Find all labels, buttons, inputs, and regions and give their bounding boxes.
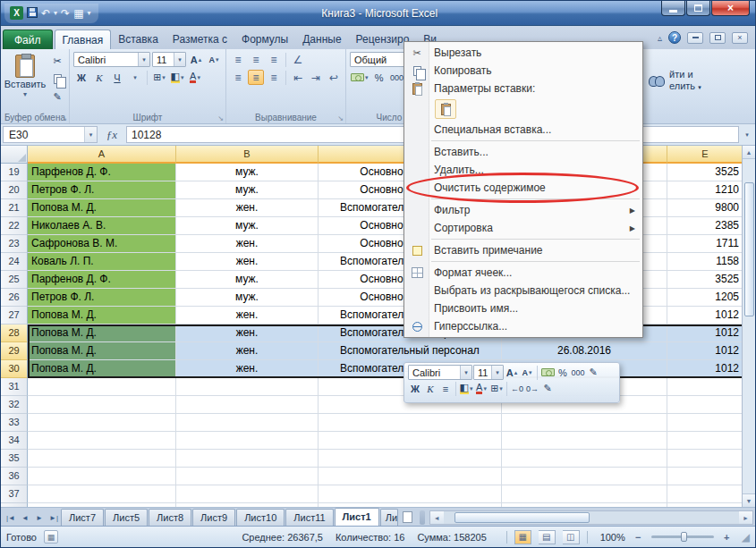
cell-D29[interactable]: 26.08.2016: [502, 342, 667, 360]
minimize-button[interactable]: [661, 1, 685, 16]
cell-E20[interactable]: 1210: [667, 181, 742, 199]
cell-E38[interactable]: [667, 503, 742, 507]
scroll-left-button[interactable]: ◄: [430, 511, 444, 524]
mini-brush-button[interactable]: ✎: [540, 381, 555, 396]
cell-C35[interactable]: [319, 450, 502, 468]
mini-borders-button[interactable]: ⊞▾: [489, 381, 504, 396]
font-dialog-launcher[interactable]: ↘: [217, 114, 224, 122]
grow-font-button[interactable]: А▴: [188, 52, 204, 67]
collapse-ribbon-icon[interactable]: ▵: [658, 33, 662, 43]
menu-item-hyperlink[interactable]: Гиперссылка...: [404, 317, 642, 335]
sheet-tab-Лист11[interactable]: Лист11: [285, 509, 333, 526]
row-header-27[interactable]: 27: [1, 307, 28, 325]
name-box[interactable]: E30 ▾: [3, 126, 98, 143]
workbook-minimize-button[interactable]: [687, 32, 703, 44]
undo-dropdown[interactable]: ▾: [54, 10, 57, 17]
column-header-B[interactable]: B: [176, 146, 319, 164]
wrap-text-button[interactable]: ↩: [326, 70, 342, 85]
fill-color-button[interactable]: ◧▾: [169, 70, 185, 85]
font-color-button[interactable]: А▾: [187, 70, 203, 85]
redo-button[interactable]: ↷: [61, 8, 70, 19]
menu-item-insert[interactable]: Вставить...: [404, 143, 642, 161]
alignment-dialog-launcher[interactable]: ↘: [337, 114, 344, 122]
save-button[interactable]: [27, 7, 38, 20]
qat-grid-icon[interactable]: ▦: [73, 8, 83, 19]
scroll-up-button[interactable]: ▲: [743, 146, 756, 159]
align-left-button[interactable]: ≡: [230, 70, 246, 85]
cell-E23[interactable]: 1711: [667, 235, 742, 253]
shrink-font-button[interactable]: А▾: [206, 52, 222, 67]
cell-A28[interactable]: Попова М. Д.: [28, 325, 176, 342]
restore-button[interactable]: [686, 1, 710, 16]
row-header-21[interactable]: 21: [1, 199, 28, 217]
menu-item-insert-comment[interactable]: Вставить примечание: [404, 241, 642, 259]
row-header-20[interactable]: 20: [1, 181, 28, 199]
zoom-level[interactable]: 100%: [595, 532, 625, 543]
align-bottom-button[interactable]: ≡: [266, 52, 282, 67]
row-header-31[interactable]: 31: [1, 378, 28, 396]
cell-C37[interactable]: [319, 485, 502, 503]
sheet-tab-Лист8[interactable]: Лист8: [149, 509, 191, 526]
row-header-26[interactable]: 26: [1, 289, 28, 307]
menu-item-define-name[interactable]: Присвоить имя...: [404, 299, 642, 317]
paste-option-button[interactable]: [435, 99, 456, 119]
clipboard-dialog-launcher[interactable]: ↘: [61, 114, 67, 122]
tab-Главная[interactable]: Главная: [55, 30, 112, 49]
cell-B33[interactable]: [176, 414, 319, 432]
workbook-restore-button[interactable]: [709, 32, 726, 44]
row-header-25[interactable]: 25: [1, 271, 28, 289]
cell-B27[interactable]: жен.: [176, 307, 319, 325]
mini-font-name-combo[interactable]: Calibri▾: [408, 365, 472, 380]
cell-E34[interactable]: [667, 432, 742, 450]
row-header-36[interactable]: 36: [1, 468, 28, 485]
mini-grow-font-button[interactable]: А▴: [505, 365, 519, 380]
mini-align-center-button[interactable]: ≡: [438, 381, 453, 396]
mini-bold-button[interactable]: Ж: [408, 381, 422, 396]
font-size-combo[interactable]: 11▾: [152, 52, 186, 67]
cell-A34[interactable]: [28, 432, 176, 450]
cell-A20[interactable]: Петров Ф. Л.: [28, 181, 176, 199]
find-select-button-fragment[interactable]: йти и елить ▾: [649, 69, 701, 93]
last-sheet-button[interactable]: ►|: [47, 510, 61, 526]
sheet-tab-Лист7[interactable]: Лист7: [61, 509, 104, 526]
cell-A26[interactable]: Петров Ф. Л.: [28, 289, 176, 307]
cell-E25[interactable]: 3525: [667, 271, 742, 289]
cell-A21[interactable]: Попова М. Д.: [28, 199, 176, 217]
row-header-24[interactable]: 24: [1, 253, 28, 271]
cell-A22[interactable]: Николаев А. В.: [28, 217, 176, 235]
row-header-22[interactable]: 22: [1, 217, 28, 235]
menu-item-copy[interactable]: Копировать: [404, 62, 642, 80]
sheet-tab-Лист10[interactable]: Лист10: [236, 509, 285, 526]
cell-A25[interactable]: Парфенов Д. Ф.: [28, 271, 176, 289]
scroll-right-button[interactable]: ►: [739, 511, 752, 524]
cell-E22[interactable]: 2385: [667, 217, 742, 235]
mini-font-color-button[interactable]: А▾: [474, 381, 488, 396]
cell-C34[interactable]: [319, 432, 502, 450]
cell-C36[interactable]: [319, 468, 502, 485]
cell-A30[interactable]: Попова М. Д.: [28, 360, 176, 378]
row-header-33[interactable]: 33: [1, 414, 28, 432]
insert-worksheet-button[interactable]: [399, 509, 417, 526]
cell-E32[interactable]: [667, 396, 742, 414]
vertical-scroll-thumb[interactable]: [744, 182, 754, 316]
underline-button[interactable]: Ч: [109, 70, 125, 85]
menu-item-format-cells[interactable]: Формат ячеек...: [404, 264, 642, 282]
macro-record-button[interactable]: ▦: [44, 530, 58, 544]
cell-B34[interactable]: [176, 432, 319, 450]
cell-B19[interactable]: муж.: [176, 164, 319, 181]
cell-B24[interactable]: жен.: [176, 253, 319, 271]
cell-A19[interactable]: Парфенов Д. Ф.: [28, 164, 176, 181]
mini-fill-color-button[interactable]: ◧▾: [459, 381, 473, 396]
cell-B28[interactable]: жен.: [176, 325, 319, 342]
cell-E30[interactable]: 1012: [667, 360, 742, 378]
align-middle-button[interactable]: ≡: [248, 52, 264, 67]
cell-B29[interactable]: жен.: [176, 342, 319, 360]
view-page-break-button[interactable]: ◫: [563, 530, 580, 544]
cell-A33[interactable]: [28, 414, 176, 432]
currency-format-button[interactable]: ▾: [350, 70, 370, 85]
insert-function-button[interactable]: ƒx: [99, 128, 124, 142]
cell-E33[interactable]: [667, 414, 742, 432]
tab-Формулы[interactable]: Формулы: [234, 30, 295, 49]
cell-E19[interactable]: 3525: [667, 164, 742, 181]
cell-A35[interactable]: [28, 450, 176, 468]
